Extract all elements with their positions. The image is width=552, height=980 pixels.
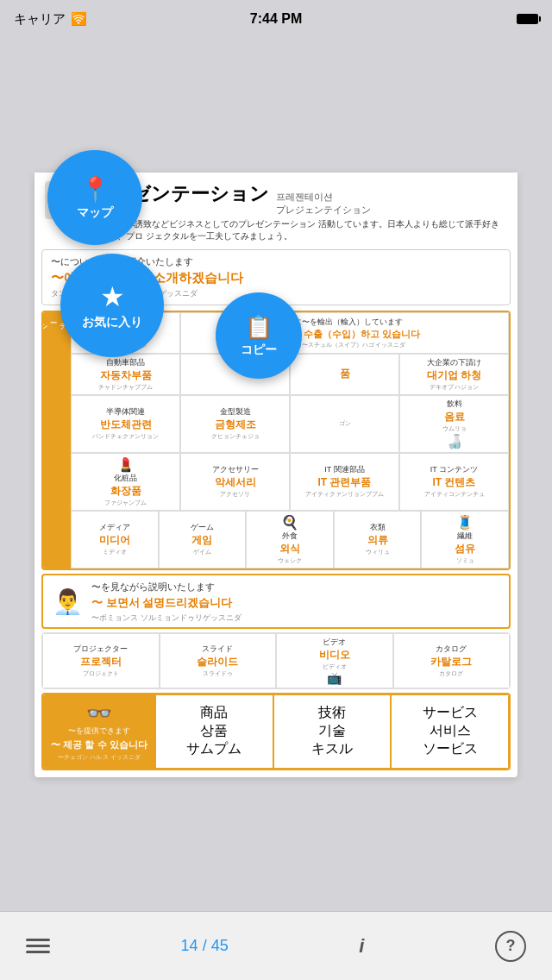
copy-icon: 📋: [245, 314, 273, 341]
cell-semiconductor: 半導体関連 반도체관련 バンドチェクァンリョン: [71, 395, 180, 453]
row-semiconductor: 半導体関連 반도체관련 バンドチェクァンリョン 金型製造 금형제조 クヒョンチェ…: [71, 395, 509, 453]
cell-ko: 대기업 하청: [427, 368, 481, 383]
carrier-label: キャリア: [14, 11, 66, 28]
battery-icon: [517, 14, 538, 24]
menu-button[interactable]: [26, 939, 50, 953]
map-button[interactable]: 📍 マップ: [47, 150, 142, 245]
cell-phonetic: チャドンチャブプム: [98, 383, 153, 392]
row-cosmetics: 💄 化粧品 화장품 ファジャンプム アクセサリー 악세서리 アクセソリ IT 関…: [71, 453, 509, 511]
cell-clothing: 衣類 의류 ウィリュ: [334, 511, 422, 569]
phrase-phonetic-2: 〜ボミョンス ソルミョンドゥリゲッスニダ: [91, 612, 242, 624]
header-description: 広報、資本誘致などビジネスとしてのプレゼンテーション 活動しています。日本人より…: [91, 218, 507, 242]
cell-it-parts: IT 関連部品 IT 관련부품 アイティクァンリョンブプム: [290, 453, 399, 511]
row-media: メディア 미디어 ミディオ ゲーム 게임 ゲイム 🍳 外食 외식 ウェシク: [71, 511, 509, 569]
cell-mold: 金型製造 금형제조 クヒョンチェジョ: [180, 395, 290, 453]
copy-label: コピー: [241, 342, 277, 358]
phrase-korean-2: 〜 보면서 설명드리겠습니다: [91, 595, 242, 611]
cell-phonetic: デキオプ ハジョン: [430, 383, 480, 392]
phrase-japanese-2: 〜を見ながら説明いたします: [91, 581, 242, 594]
cell-catalog: カタログ 카탈로그 カタログ: [393, 633, 511, 688]
favorite-label: お気に入り: [82, 315, 142, 330]
cell-cosmetics: 💄 化粧品 화장품 ファジャンプム: [71, 453, 180, 511]
time-display: 7:44 PM: [250, 11, 302, 27]
title-row: プレゼンテーション 프레젠테이션 プレジェンテイション: [91, 181, 507, 217]
cell-ja: 大企業の下請け: [427, 357, 481, 368]
star-icon: ★: [100, 280, 125, 313]
status-bar: キャリア 🛜 7:44 PM: [0, 0, 552, 38]
section-side-label: プレゼンテーション選: [43, 312, 71, 569]
favorite-button[interactable]: ★ お気に入り: [60, 254, 164, 357]
cell-fiber: 🧵 繊維 섬유 ソミュ: [421, 511, 509, 569]
cell-ja: 主に〜を輸出（輸入）しています: [286, 317, 403, 328]
page-indicator: 14 / 45: [181, 937, 229, 955]
cell-food: 🍳 外食 외식 ウェシク: [246, 511, 334, 569]
cell-phonetic: チュロ〜スチュル（スイプ）ハゴ イッスニダ: [284, 341, 406, 349]
phrase-text-2: 〜を見ながら説明いたします 〜 보면서 설명드리겠습니다 〜ボミョンス ソルミョ…: [91, 581, 242, 624]
cell-media: メディア 미디어 ミディオ: [71, 511, 159, 569]
menu-line-3: [26, 951, 50, 953]
cell-game: ゲーム 게임 ゲイム: [159, 511, 247, 569]
last-avatar: 👓: [86, 701, 112, 726]
cell-accessories: アクセサリー 악세서리 アクセソリ: [180, 453, 290, 511]
header-text: プレゼンテーション 프레젠테이션 プレジェンテイション 広報、資本誘致などビジネ…: [91, 181, 507, 242]
copy-button[interactable]: 📋 コピー: [216, 292, 302, 379]
cell-auto-parts: 自動車部品 자동차부품 チャドンチャブプム: [71, 354, 180, 395]
cell-video: ビデオ 비디오 ビディオ 📺: [276, 633, 393, 688]
cell-projector: プロジェクター 프로젝터 プロジェクト: [42, 633, 160, 688]
cell-it-content: IT コンテンツ IT 컨텐츠 アイティコンテンチュ: [399, 453, 509, 511]
cell-ko: 자동차부품: [100, 368, 152, 383]
cell-slide: スライド 슬라이드 スライドゥ: [160, 633, 277, 688]
cell-large-company: 大企業の下請け 대기업 하청 デキオプ ハジョン: [399, 354, 509, 395]
cell-goods: 商品 상품 サムプム: [155, 694, 273, 769]
avatar-2: 👨‍💼: [50, 581, 85, 624]
last-row-right: 商品 상품 サムプム 技術 기술 キスル サービス 서비스 ソービス: [155, 694, 509, 769]
map-icon: 📍: [80, 175, 110, 204]
last-phrase-ja: 〜を提供できます: [68, 726, 130, 737]
cell-ko: 품: [340, 367, 350, 381]
cell-ja: 自動車部品: [106, 357, 145, 368]
bottom-toolbar: 14 / 45 i ?: [0, 911, 552, 980]
battery-indicator: [517, 14, 538, 24]
main-content: 👨‍💼 プレゼンテーション 프레젠테이션 プレジェンテイション 広報、資本誘致な…: [0, 38, 552, 911]
last-phrase-phonetic: 〜チェゴン ハル ス イッスニダ: [58, 753, 141, 762]
last-row-left: 👓 〜を提供できます 〜 제공 할 수 있습니다 〜チェゴン ハル ス イッスニ…: [43, 694, 155, 769]
phrase-box-2: 👨‍💼 〜を見ながら説明いたします 〜 보면서 설명드리겠습니다 〜ボミョンス …: [41, 574, 511, 629]
last-row: 👓 〜を提供できます 〜 제공 할 수 있습니다 〜チェゴン ハル ス イッスニ…: [41, 693, 511, 770]
cell-drink: 飲料 음료 ウムリョ 🍶: [399, 395, 509, 453]
carrier-text: キャリア 🛜: [14, 11, 87, 28]
cell-service: サービス 서비스 ソービス: [391, 694, 509, 769]
menu-line-2: [26, 945, 50, 947]
cell-gon: ゴン: [290, 395, 399, 453]
wifi-icon: 🛜: [71, 11, 87, 27]
drink-icon: 🍶: [446, 433, 463, 449]
info-button[interactable]: i: [359, 935, 364, 958]
cell-technology: 技術 기술 キスル: [273, 694, 392, 769]
tools-grid: プロジェクター 프로젝터 プロジェクト スライド 슬라이드 スライドゥ ビデオ …: [41, 632, 511, 689]
title-korean: 프레젠테이션 プレジェンテイション: [276, 191, 371, 217]
help-button[interactable]: ?: [495, 931, 526, 962]
map-label: マップ: [77, 205, 113, 221]
menu-line-1: [26, 939, 50, 941]
cell-auto3: 품: [290, 354, 399, 395]
last-phrase-ko: 〜 제공 할 수 있습니다: [51, 738, 147, 751]
